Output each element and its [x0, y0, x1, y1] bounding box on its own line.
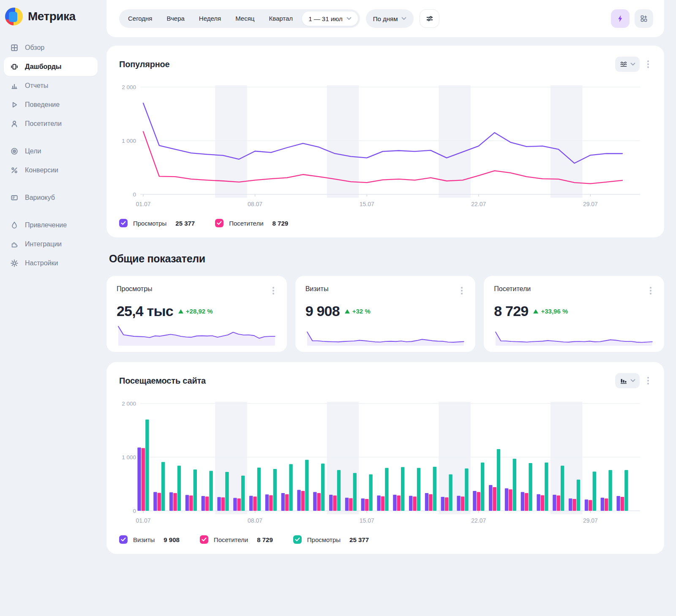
sidebar-item-label: Вариокуб	[25, 194, 55, 202]
traffic-card-menu-button[interactable]	[645, 375, 651, 386]
sidebar-item-label: Отчеты	[25, 82, 48, 90]
sidebar-item-dashboards[interactable]: Дашборды	[4, 57, 98, 76]
card-icon	[10, 194, 19, 202]
svg-text:29.07: 29.07	[583, 517, 598, 524]
sidebar-nav: Обзор Дашборды Отчеты Поведение	[0, 38, 101, 273]
period-segmented-control: Сегодня Вчера Неделя Месяц Квартал 1 — 3…	[119, 9, 360, 28]
sidebar-item-label: Привлечение	[25, 221, 67, 229]
popular-chart-card: Популярное 01 0002 00001.0708.0715.0722.…	[106, 46, 664, 237]
sidebar-item-behavior[interactable]: Поведение	[4, 95, 98, 114]
legend-item-views[interactable]: Просмотры 25 377	[119, 219, 195, 227]
legend-value: 9 908	[164, 536, 180, 543]
svg-text:2 000: 2 000	[122, 84, 136, 90]
kpi-menu-button[interactable]	[647, 285, 654, 296]
period-yesterday[interactable]: Вчера	[160, 9, 192, 28]
chevron-down-icon	[346, 17, 352, 20]
kpi-card-visitors: Посетители 8 729 +33,96 %	[484, 276, 664, 352]
popular-legend: Просмотры 25 377 Посетители 8 729	[119, 219, 651, 227]
sidebar-item-integrations[interactable]: Интеграции	[4, 234, 98, 253]
legend-value: 25 377	[175, 220, 195, 227]
svg-text:08.07: 08.07	[248, 517, 262, 524]
quick-actions-button[interactable]	[611, 9, 630, 28]
period-today[interactable]: Сегодня	[121, 9, 160, 28]
date-range-label: 1 — 31 июл	[308, 15, 343, 22]
svg-text:29.07: 29.07	[583, 201, 598, 207]
kpi-menu-button[interactable]	[458, 285, 465, 296]
period-month[interactable]: Месяц	[228, 9, 262, 28]
main-content: Сегодня Вчера Неделя Месяц Квартал 1 — 3…	[106, 0, 664, 569]
popular-card-menu-button[interactable]	[645, 59, 651, 70]
legend-item-visitors[interactable]: Посетители 8 729	[200, 535, 273, 544]
svg-text:15.07: 15.07	[360, 201, 374, 207]
metrika-logo-icon	[5, 8, 23, 25]
delta-text: +32 %	[352, 308, 371, 315]
traffic-chart-card: Посещаемость сайта 01 0002 00001.0708.07…	[106, 362, 664, 554]
kpi-delta: +28,92 %	[178, 308, 213, 315]
sidebar-item-goals[interactable]: Цели	[4, 142, 98, 161]
line-waves-icon	[619, 60, 628, 68]
percent-icon	[10, 166, 19, 174]
legend-label: Просмотры	[133, 220, 166, 227]
kpi-title: Визиты	[305, 285, 329, 293]
sidebar-item-acquisition[interactable]: Привлечение	[4, 215, 98, 234]
brand-logo[interactable]: Метрика	[0, 8, 101, 25]
sidebar-item-label: Настройки	[25, 259, 58, 267]
traffic-bar-chart[interactable]: 01 0002 00001.0708.0715.0722.0729.07	[119, 394, 651, 530]
svg-text:22.07: 22.07	[471, 201, 486, 207]
kpi-card-views: Просмотры 25,4 тыс +28,92 %	[106, 276, 287, 352]
kpi-delta: +32 %	[345, 308, 371, 315]
gear-icon	[10, 259, 19, 267]
sidebar-item-reports[interactable]: Отчеты	[4, 76, 98, 95]
sidebar-item-variocube[interactable]: Вариокуб	[4, 188, 98, 207]
legend-item-visits[interactable]: Визиты 9 908	[119, 535, 180, 544]
filters-button[interactable]	[420, 9, 439, 28]
legend-label: Просмотры	[307, 536, 341, 543]
brand-name: Метрика	[28, 10, 76, 23]
svg-text:22.07: 22.07	[471, 517, 486, 524]
checkbox-checked-icon	[215, 219, 224, 227]
flame-icon	[10, 221, 19, 229]
svg-text:2 000: 2 000	[122, 401, 136, 407]
sliders-icon	[425, 14, 434, 23]
popular-line-chart[interactable]: 01 0002 00001.0708.0715.0722.0729.07	[119, 78, 651, 214]
target-icon	[10, 147, 19, 155]
kpi-delta: +33,96 %	[533, 308, 568, 315]
period-quarter[interactable]: Квартал	[262, 9, 300, 28]
sidebar-item-label: Конверсии	[25, 166, 58, 174]
chevron-down-icon	[630, 379, 635, 382]
kpi-value: 9 908	[305, 303, 340, 319]
sidebar-item-overview[interactable]: Обзор	[4, 38, 98, 57]
popular-chart-title: Популярное	[119, 60, 170, 69]
legend-item-views[interactable]: Просмотры 25 377	[293, 535, 369, 544]
topbar: Сегодня Вчера Неделя Месяц Квартал 1 — 3…	[106, 0, 664, 37]
legend-item-visitors[interactable]: Посетители 8 729	[215, 219, 288, 227]
sidebar-item-label: Посетители	[25, 120, 62, 128]
kpi-row: Просмотры 25,4 тыс +28,92 % Визиты	[106, 276, 664, 352]
sidebar: Метрика Обзор Дашборды Отчеты	[0, 0, 101, 569]
granularity-dropdown[interactable]: По дням	[366, 9, 414, 28]
svg-text:08.07: 08.07	[248, 201, 262, 207]
sidebar-item-label: Поведение	[25, 101, 60, 109]
dashboards-icon	[10, 63, 19, 71]
sidebar-item-settings[interactable]: Настройки	[4, 253, 98, 273]
sidebar-item-label: Интеграции	[25, 240, 62, 248]
chart-type-selector[interactable]	[615, 373, 640, 388]
checkbox-checked-icon	[293, 535, 302, 544]
add-widget-button[interactable]	[635, 9, 653, 28]
sidebar-item-label: Обзор	[25, 44, 44, 52]
chart-type-selector[interactable]	[615, 57, 640, 72]
kpi-menu-button[interactable]	[270, 285, 277, 296]
delta-up-icon	[178, 309, 183, 313]
grid-plus-icon	[640, 14, 648, 23]
delta-up-icon	[533, 309, 538, 313]
app-root: Метрика Обзор Дашборды Отчеты	[0, 0, 676, 569]
checkbox-checked-icon	[200, 535, 208, 544]
svg-text:15.07: 15.07	[360, 517, 374, 524]
sidebar-item-visitors[interactable]: Посетители	[4, 114, 98, 133]
svg-text:01.07: 01.07	[136, 517, 150, 524]
lightning-bolt-icon	[616, 14, 624, 23]
sidebar-item-conversions[interactable]: Конверсии	[4, 161, 98, 180]
kpi-title: Просмотры	[117, 285, 153, 293]
date-range-picker[interactable]: 1 — 31 июл	[302, 11, 358, 26]
period-week[interactable]: Неделя	[192, 9, 228, 28]
